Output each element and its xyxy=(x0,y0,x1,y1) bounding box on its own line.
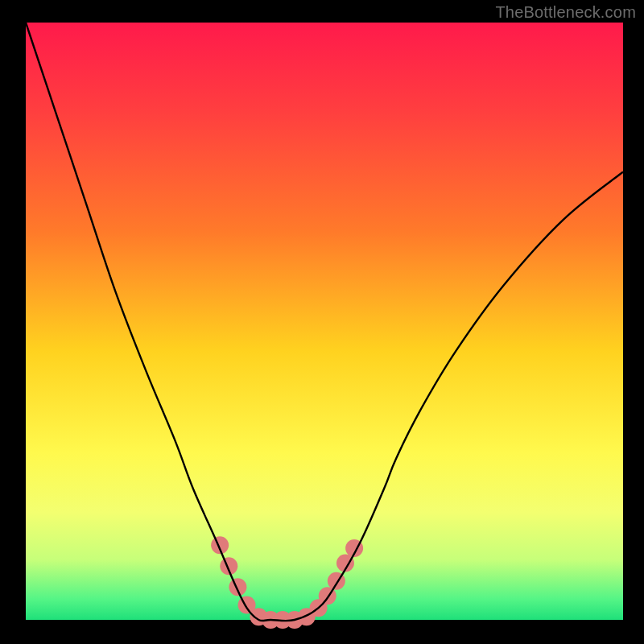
highlight-dot xyxy=(229,578,246,596)
bottleneck-chart xyxy=(0,0,644,644)
plot-background xyxy=(26,23,623,620)
chart-frame: TheBottleneck.com xyxy=(0,0,644,644)
watermark-text: TheBottleneck.com xyxy=(495,3,636,22)
